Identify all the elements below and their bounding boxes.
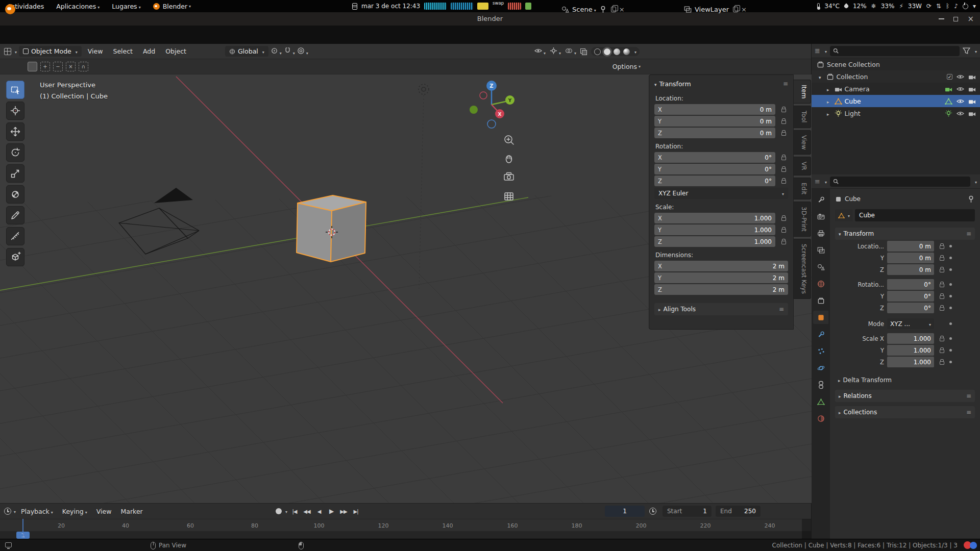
pin-icon[interactable] — [967, 195, 975, 203]
previous-keyframe-button[interactable]: ◀◀ — [302, 506, 312, 516]
filter-icon[interactable] — [963, 47, 970, 55]
prop-location-z-field[interactable]: 0 m — [887, 264, 934, 275]
prop-rotation-x-field[interactable]: 0° — [887, 279, 934, 290]
transform-panel-header[interactable]: Transform≡ — [835, 228, 975, 240]
menu-view[interactable]: View — [84, 45, 107, 57]
camera-render-toggle-icon[interactable] — [968, 97, 976, 105]
lock-icon[interactable] — [779, 155, 788, 160]
prop-location-x-field[interactable]: 0 m — [887, 241, 934, 252]
prop-scale-x-field[interactable]: 1.000 — [887, 333, 934, 344]
tab-material[interactable] — [813, 412, 828, 425]
lock-icon[interactable] — [779, 215, 788, 221]
properties-editor-caret[interactable] — [823, 178, 827, 185]
outliner-editor-type-icon[interactable]: ≣ — [815, 47, 820, 55]
mode-dropdown[interactable]: Object Mode — [19, 46, 82, 57]
lock-icon[interactable] — [779, 239, 788, 244]
tool-rotate[interactable] — [6, 143, 24, 162]
scale-x-field[interactable]: X1.000 — [654, 213, 775, 223]
tab-world[interactable] — [813, 277, 828, 290]
lock-icon[interactable] — [937, 243, 946, 249]
animate-dot[interactable] — [949, 337, 952, 340]
playback-menu[interactable]: Playback — [17, 506, 57, 517]
prop-rotation-y-field[interactable]: 0° — [887, 291, 934, 302]
tab-view-layer[interactable] — [813, 243, 828, 257]
eye-icon[interactable] — [957, 97, 964, 105]
tray-chevron-icon[interactable]: ▾ — [973, 3, 976, 10]
select-mode-intersect[interactable]: ∩ — [79, 62, 88, 71]
tool-scale[interactable] — [6, 164, 24, 183]
shading-material-button[interactable] — [614, 48, 620, 55]
auto-keying-record-button[interactable] — [276, 508, 282, 514]
prop-scale-z-field[interactable]: 1.000 — [887, 357, 934, 367]
scene-browse-icon[interactable] — [561, 6, 569, 13]
dimensions-y-field[interactable]: Y2 m — [654, 272, 788, 283]
location-x-field[interactable]: X0 m — [654, 104, 775, 115]
editor-type-icon[interactable] — [4, 48, 11, 55]
tool-add-cube[interactable] — [6, 248, 24, 266]
lock-icon[interactable] — [779, 130, 788, 136]
sidebar-tab-tool[interactable]: Tool — [794, 106, 811, 128]
tab-collection[interactable] — [813, 294, 828, 307]
current-frame-field[interactable]: 1 — [605, 506, 645, 517]
bluetooth-icon[interactable]: ᛒ — [946, 3, 949, 10]
gizmo-y-negative[interactable] — [470, 106, 478, 114]
lock-icon[interactable] — [937, 293, 946, 299]
outliner-row-collection[interactable]: Collection ✓ — [812, 70, 980, 83]
lock-icon[interactable] — [937, 305, 946, 311]
xray-toggle[interactable] — [580, 48, 587, 55]
collection-checkbox[interactable]: ✓ — [947, 74, 952, 80]
tab-output[interactable] — [813, 227, 828, 240]
updates-icon[interactable]: ⟳ — [926, 3, 932, 10]
select-mode-invert[interactable]: × — [66, 62, 76, 71]
marker-menu[interactable]: Marker — [117, 506, 147, 517]
tab-constraints[interactable] — [813, 378, 828, 391]
places-menu[interactable]: Lugares — [112, 3, 140, 10]
select-mode-subtract[interactable]: − — [53, 62, 63, 71]
keying-menu[interactable]: Keying — [58, 506, 91, 517]
expand-icon[interactable] — [827, 85, 832, 93]
applications-menu[interactable]: Aplicaciones — [56, 3, 100, 10]
end-frame-field[interactable]: End250 — [716, 506, 761, 517]
relations-panel[interactable]: Relations≡ — [835, 390, 975, 402]
shading-rendered-button[interactable] — [623, 48, 630, 55]
object-name-field[interactable]: Cube — [855, 209, 975, 221]
editor-type-caret[interactable] — [13, 48, 17, 55]
rotation-z-field[interactable]: Z0° — [654, 176, 775, 186]
timeline-editor-type-icon[interactable] — [4, 508, 11, 515]
menu-select[interactable]: Select — [109, 45, 137, 57]
proportional-dropdown[interactable] — [297, 47, 308, 56]
scale-z-field[interactable]: Z1.000 — [654, 236, 775, 247]
animate-dot[interactable] — [949, 361, 952, 363]
scene-pin-icon[interactable] — [599, 6, 607, 13]
prop-rotation-z-field[interactable]: 0° — [887, 303, 934, 313]
animate-dot[interactable] — [949, 283, 952, 286]
network-icon[interactable]: ⇅ — [936, 3, 941, 10]
view-layer-icon[interactable] — [684, 6, 692, 13]
panel-options-icon[interactable]: ≡ — [783, 80, 788, 87]
animate-dot[interactable] — [949, 307, 952, 309]
dimensions-x-field[interactable]: X2 m — [654, 261, 788, 271]
tool-select-box[interactable] — [6, 81, 24, 99]
notification-icon[interactable] — [352, 3, 357, 10]
lock-icon[interactable] — [937, 255, 946, 261]
tab-data[interactable] — [813, 395, 828, 408]
select-mode-new[interactable] — [28, 62, 37, 71]
scale-y-field[interactable]: Y1.000 — [654, 224, 775, 235]
close-button[interactable]: × — [967, 15, 974, 23]
snap-dropdown[interactable] — [284, 47, 295, 56]
scene-new-icon[interactable] — [611, 7, 616, 12]
outliner-search-input[interactable] — [830, 46, 960, 56]
maximize-button[interactable] — [953, 17, 958, 21]
filter-dropdown[interactable] — [973, 47, 977, 55]
options-button[interactable]: Options — [612, 63, 641, 70]
align-tools-panel[interactable]: Align Tools≡ — [654, 303, 788, 315]
properties-options[interactable] — [973, 178, 977, 185]
properties-search-input[interactable] — [830, 177, 970, 187]
sidebar-tab-view[interactable]: View — [794, 130, 811, 155]
expand-icon[interactable] — [827, 110, 832, 117]
gizmo-x-negative[interactable] — [480, 92, 487, 99]
app-window-menu[interactable]: Blender — [153, 3, 191, 10]
lock-icon[interactable] — [937, 347, 946, 353]
overlays-dropdown[interactable] — [565, 47, 576, 56]
tab-particles[interactable] — [813, 344, 828, 358]
